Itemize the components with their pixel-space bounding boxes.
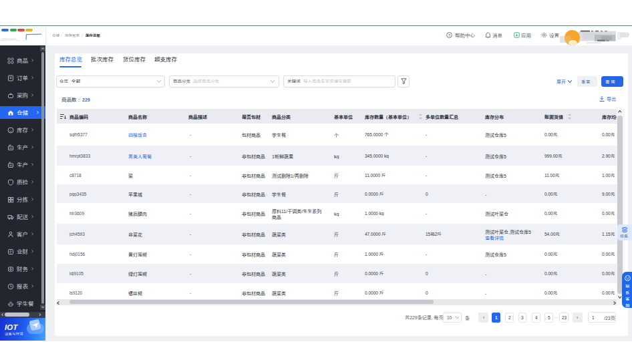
svg-text:?: ? bbox=[448, 33, 451, 37]
